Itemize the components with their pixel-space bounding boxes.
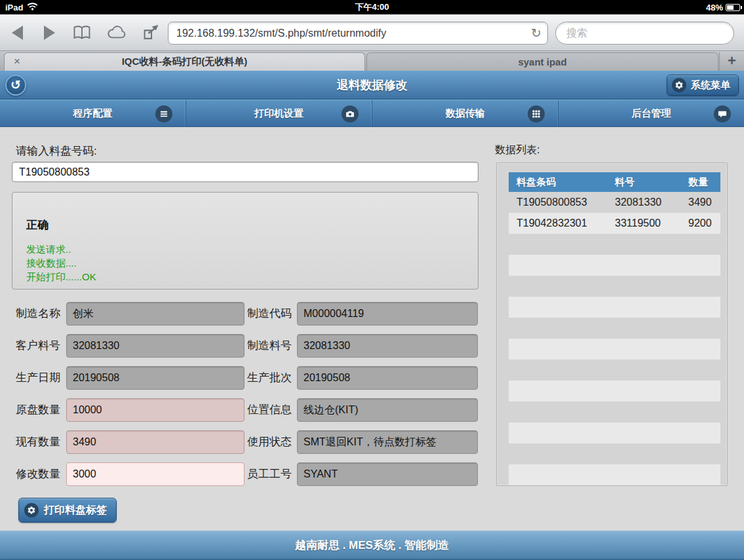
- table-row-empty: [509, 381, 720, 401]
- prod-batch-field: 20190508: [297, 366, 478, 390]
- table-cell: 33119500: [607, 217, 680, 229]
- table-header-row: 料盘条码料号数量: [509, 172, 720, 192]
- prod-batch-label: 生产批次: [247, 366, 292, 390]
- table-row-empty: [509, 360, 720, 381]
- url-bar[interactable]: 192.168.199.132/smt/S.php/smt/returnmodi…: [168, 22, 548, 45]
- ipad-screen: iPad 下午4:00 48%: [0, 0, 744, 560]
- location-info-label: 位置信息: [247, 398, 292, 422]
- clock: 下午4:00: [0, 1, 744, 13]
- nav-item-data-transfer[interactable]: 数据传输: [372, 100, 558, 126]
- table-row-empty: [509, 297, 720, 318]
- gear-icon: [24, 503, 39, 517]
- mfg-part-field: 32081330: [297, 334, 478, 358]
- menu-icon: [155, 105, 172, 122]
- table-cell: 3490: [680, 196, 720, 208]
- search-input[interactable]: [556, 22, 734, 44]
- reload-icon[interactable]: ↻: [525, 26, 547, 41]
- url-text: 192.168.199.132/smt/S.php/smt/returnmodi…: [168, 28, 525, 39]
- original-qty-field: 10000: [66, 398, 245, 422]
- chat-icon: [714, 105, 731, 122]
- form-row: 客户料号32081330制造料号32081330: [12, 334, 479, 358]
- data-list-label: 数据列表:: [495, 143, 539, 157]
- modify-qty-field[interactable]: 3000: [66, 462, 245, 486]
- data-list-table: 料盘条码料号数量 T19050800853320813303490T190428…: [509, 172, 720, 485]
- footer: 越南耐思 . MES系统 . 智能制造: [0, 531, 744, 560]
- nav-item-label: 数据传输: [446, 107, 485, 120]
- form-row: 生产日期20190508生产批次20190508: [12, 366, 479, 390]
- form-row: 修改数量3000员工工号SYANT: [12, 462, 479, 486]
- mfg-part-label: 制造料号: [247, 334, 292, 358]
- status-log-line: 发送请求..: [26, 242, 96, 256]
- nav-bar: 程序配置打印机设置数据传输后台管理: [0, 100, 744, 127]
- detail-form: 制造名称创米制造代码M000004119客户料号32081330制造料号3208…: [12, 302, 479, 495]
- search-bar[interactable]: [555, 22, 734, 45]
- table-body: T19050800853320813303490T190428323013311…: [509, 192, 720, 485]
- status-title: 正确: [26, 217, 49, 233]
- camera-icon: [342, 105, 359, 122]
- nav-item-backend-admin[interactable]: 后台管理: [558, 100, 744, 126]
- usage-status-label: 使用状态: [247, 430, 292, 454]
- column-header: 数量: [680, 176, 720, 189]
- column-header: 料盘条码: [509, 176, 607, 189]
- print-label-text: 打印料盘标签: [44, 504, 107, 517]
- status-log: 发送请求..接收数据....开始打印......OK: [26, 242, 96, 284]
- share-icon[interactable]: [142, 24, 160, 41]
- tab-bar: × IQC收料-条码打印(无收料单) syant ipad +: [0, 51, 744, 71]
- ios-status-bar: iPad 下午4:00 48%: [0, 0, 744, 14]
- new-tab-button[interactable]: +: [719, 52, 744, 71]
- nav-item-label: 后台管理: [632, 107, 671, 120]
- table-row-empty: [509, 234, 720, 255]
- form-row: 现有数量3490使用状态SMT退回KIT，待点数打标签: [12, 430, 479, 454]
- browser-forward-icon[interactable]: [44, 26, 55, 40]
- main-content: 请输入料盘号码: 正确 发送请求..接收数据....开始打印......OK 制…: [0, 127, 744, 531]
- modify-qty-label: 修改数量: [16, 462, 60, 486]
- mfg-name-field: 创米: [66, 302, 245, 326]
- table-row[interactable]: T19050800853320813303490: [509, 192, 720, 213]
- print-label-button[interactable]: 打印料盘标签: [18, 498, 117, 523]
- battery-icon: [726, 4, 740, 11]
- table-row-empty: [509, 255, 720, 276]
- mfg-name-label: 制造名称: [16, 302, 60, 326]
- nav-item-printer-settings[interactable]: 打印机设置: [186, 100, 372, 126]
- current-qty-label: 现有数量: [16, 430, 60, 454]
- form-row: 制造名称创米制造代码M000004119: [12, 302, 479, 326]
- employee-id-label: 员工工号: [247, 462, 292, 486]
- usage-status-field: SMT退回KIT，待点数打标签: [297, 430, 478, 454]
- grid-icon: [528, 105, 545, 122]
- mfg-code-field: M000004119: [297, 302, 478, 326]
- mfg-code-label: 制造代码: [247, 302, 292, 326]
- tab-inactive[interactable]: syant ipad: [366, 52, 718, 71]
- return-form: 请输入料盘号码: 正确 发送请求..接收数据....开始打印......OK 制…: [12, 127, 479, 531]
- employee-id-field: SYANT: [297, 462, 478, 486]
- tray-number-input[interactable]: [12, 162, 479, 182]
- system-menu-button[interactable]: 系统菜单: [667, 75, 739, 96]
- nav-item-program-config[interactable]: 程序配置: [0, 100, 186, 126]
- table-row-empty: [509, 443, 720, 464]
- nav-item-label: 打印机设置: [254, 107, 303, 120]
- data-list-panel: 料盘条码料号数量 T19050800853320813303490T190428…: [496, 162, 728, 486]
- location-info-field: 线边仓(KIT): [297, 398, 478, 422]
- safari-toolbar: 192.168.199.132/smt/S.php/smt/returnmodi…: [0, 14, 744, 51]
- customer-part-field: 32081330: [66, 334, 245, 358]
- prod-date-field: 20190508: [66, 366, 245, 390]
- status-log-line: 接收数据....: [26, 256, 96, 270]
- battery-percent: 48%: [706, 3, 723, 12]
- table-row[interactable]: T19042832301331195009200: [509, 213, 720, 234]
- back-button[interactable]: ↺: [5, 75, 26, 96]
- tab-active[interactable]: × IQC收料-条码打印(无收料单): [4, 52, 365, 71]
- current-qty-field: 3490: [66, 430, 245, 454]
- original-qty-label: 原盘数量: [16, 398, 60, 422]
- browser-back-icon[interactable]: [12, 26, 23, 40]
- form-row: 原盘数量10000位置信息线边仓(KIT): [12, 398, 479, 422]
- bookmarks-icon[interactable]: [72, 25, 92, 40]
- table-row-empty: [509, 318, 720, 339]
- table-cell: 9200: [680, 217, 720, 229]
- tray-number-label: 请输入料盘号码:: [16, 143, 97, 159]
- nav-item-label: 程序配置: [73, 107, 113, 120]
- close-tab-icon[interactable]: ×: [14, 55, 20, 68]
- table-row-empty: [509, 422, 720, 443]
- table-row-empty: [509, 339, 720, 360]
- column-header: 料号: [607, 176, 680, 189]
- icloud-tabs-icon[interactable]: [106, 26, 127, 39]
- system-menu-label: 系统菜单: [691, 79, 730, 92]
